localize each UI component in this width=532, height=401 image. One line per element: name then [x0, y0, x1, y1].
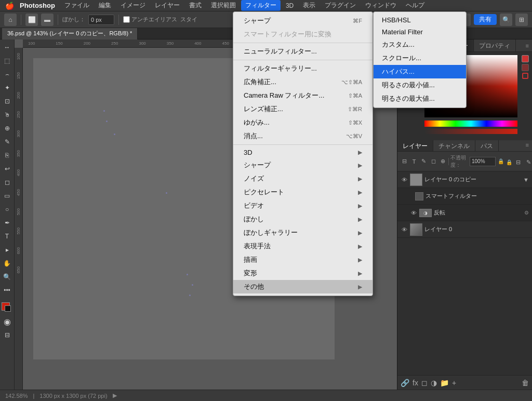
filter-item-other[interactable]: その他 ▶ — [233, 280, 373, 293]
zoom-tool[interactable]: 🔍 — [2, 271, 13, 283]
submenu-hsb-hsl[interactable]: HSB/HSL — [374, 14, 466, 26]
layer-visibility-toggle[interactable]: 👁 — [401, 176, 408, 183]
select-tool[interactable]: ⬚ — [2, 55, 13, 66]
layer-shape-filter[interactable]: ◻ — [429, 157, 437, 166]
layer-type-filter[interactable]: ⊟ — [401, 157, 408, 166]
layer-item-invert[interactable]: 👁 ◑ 反転 ⚙ — [397, 205, 532, 221]
menu-view[interactable]: 表示 — [299, 0, 320, 11]
pen-tool[interactable]: ✒ — [2, 217, 13, 229]
filter-item-vanishing[interactable]: 消点... ⌥⌘V — [233, 129, 373, 143]
layer-item-base[interactable]: 👁 レイヤー 0 — [397, 221, 532, 238]
menu-file[interactable]: ファイル — [60, 0, 94, 11]
home-button[interactable]: ⌂ — [4, 14, 17, 26]
selection-tool[interactable]: ⬜ — [25, 14, 38, 26]
lock-transparent[interactable]: ⊟ — [514, 157, 523, 167]
heal-tool[interactable]: ⊕ — [2, 123, 13, 134]
layers-tab-paths[interactable]: パス — [475, 140, 499, 151]
layer-invert-options[interactable]: ⚙ — [524, 210, 529, 216]
clone-tool[interactable]: ⎘ — [2, 150, 13, 161]
filter-item-distort[interactable]: 変形 ▶ — [233, 266, 373, 280]
filter-item-blur[interactable]: ぼかし ▶ — [233, 212, 373, 226]
layer-text-filter[interactable]: ✎ — [420, 157, 428, 166]
add-effect-button[interactable]: fx — [413, 379, 418, 387]
panel-options-button[interactable]: ⊞ — [515, 14, 528, 26]
filter-item-gallery[interactable]: フィルターギャラリー... — [233, 62, 373, 75]
submenu-minimum[interactable]: 明るさの最小値... — [374, 78, 466, 92]
panel-menu-icon[interactable]: ≡ — [526, 43, 529, 49]
layer-item-smart-filter[interactable]: スマートフィルター — [397, 188, 532, 205]
gradient-tool[interactable]: ▭ — [2, 190, 13, 202]
layer-adjust-filter[interactable]: T — [410, 157, 418, 166]
color-preset-triangle[interactable] — [522, 64, 529, 71]
layer-item-copy[interactable]: 👁 レイヤー 0 のコピー ▼ — [397, 171, 532, 188]
history-brush-tool[interactable]: ↩ — [2, 163, 13, 175]
menu-3d[interactable]: 3D — [282, 1, 298, 10]
crop-tool[interactable]: ⊡ — [2, 96, 13, 107]
filter-item-lenscorrect[interactable]: レンズ補正... ⇧⌘R — [233, 102, 373, 116]
menu-layer[interactable]: レイヤー — [151, 0, 184, 11]
eraser-tool[interactable]: ◻ — [2, 177, 13, 188]
move-tool[interactable]: ↔ — [2, 42, 13, 53]
link-layers-button[interactable]: 🔗 — [401, 379, 409, 387]
share-button[interactable]: 共有 — [474, 14, 497, 25]
layer-invert-visibility[interactable]: 👁 — [410, 209, 417, 217]
antialias-checkbox[interactable] — [123, 16, 130, 23]
type-tool[interactable]: T — [2, 231, 13, 242]
filter-item-liquify[interactable]: ゆがみ... ⇧⌘X — [233, 116, 373, 129]
submenu-scroll[interactable]: スクロール... — [374, 51, 466, 65]
filter-item-blur-gallery[interactable]: ぼかしギャラリー ▶ — [233, 226, 373, 239]
layer-base-visibility[interactable]: 👁 — [401, 226, 408, 233]
submenu-maximum[interactable]: 明るさの最大値... — [374, 92, 466, 105]
filter-item-cameraraw[interactable]: Camera Raw フィルター... ⇧⌘A — [233, 89, 373, 102]
menu-type[interactable]: 書式 — [185, 0, 206, 11]
filter-item-pixelate[interactable]: ピクセレート ▶ — [233, 185, 373, 199]
menu-select[interactable]: 選択範囲 — [207, 0, 240, 11]
magic-wand-tool[interactable]: ✦ — [2, 82, 13, 93]
search-button[interactable]: 🔍 — [500, 14, 512, 26]
tab-properties[interactable]: プロパティ — [474, 39, 516, 51]
filter-item-stylize[interactable]: 表現手法 ▶ — [233, 239, 373, 253]
extra-tools[interactable]: ••• — [2, 285, 13, 296]
add-mask-button[interactable]: ◻ — [421, 379, 428, 387]
filter-item-neural[interactable]: ニューラルフィルター... — [233, 45, 373, 58]
quick-mask-button[interactable]: ◉ — [2, 316, 13, 327]
statusbar-arrow[interactable]: ▶ — [113, 392, 117, 399]
blur-dodge-tool[interactable]: ○ — [2, 204, 13, 215]
menu-image[interactable]: イメージ — [116, 0, 150, 11]
filter-item-sharpen[interactable]: シャープ ▶ — [233, 158, 373, 172]
layers-tab-layers[interactable]: レイヤー — [397, 140, 433, 151]
add-layer-button[interactable]: + — [452, 379, 456, 387]
eyedropper-tool[interactable]: 🖱 — [2, 109, 13, 121]
menu-edit[interactable]: 編集 — [95, 0, 115, 11]
filter-item-video[interactable]: ビデオ ▶ — [233, 199, 373, 212]
brush-tool[interactable]: ✎ — [2, 136, 13, 148]
layers-panel-menu[interactable]: ≡ — [523, 140, 532, 151]
submenu-material-filter[interactable]: Material Filter — [374, 26, 466, 38]
filter-item-wideangle[interactable]: 広角補正... ⌥⇧⌘A — [233, 75, 373, 89]
menu-help[interactable]: ヘルプ — [402, 0, 429, 11]
lock-image[interactable]: ✎ — [524, 157, 532, 167]
screen-mode-button[interactable]: ⊟ — [2, 329, 13, 341]
layer-smart-filter[interactable]: ⊕ — [439, 157, 447, 166]
delete-layer-button[interactable]: 🗑 — [522, 379, 529, 387]
filter-item-sharp-top[interactable]: シャープ ⌘F — [233, 14, 373, 28]
color-hue-bar[interactable] — [424, 121, 517, 127]
opacity-input[interactable] — [470, 157, 496, 166]
menu-filter[interactable]: フィルター — [241, 0, 281, 11]
blur-input[interactable] — [88, 15, 114, 25]
add-folder-button[interactable]: 📁 — [440, 379, 449, 387]
color-alpha-bar[interactable] — [424, 129, 517, 134]
submenu-highpass[interactable]: ハイパス... — [374, 65, 466, 78]
marquee-tool[interactable]: ▬ — [41, 14, 54, 26]
layer-expand-icon[interactable]: ▼ — [523, 177, 529, 183]
background-color-swatch[interactable] — [5, 305, 11, 312]
menu-plugins[interactable]: プラグイン — [321, 0, 360, 11]
layers-tab-channels[interactable]: チャンネル — [433, 140, 475, 151]
apple-menu[interactable]: 🍎 — [4, 0, 15, 11]
color-preset-red[interactable] — [522, 55, 529, 62]
path-select-tool[interactable]: ▸ — [2, 244, 13, 256]
filter-item-3d[interactable]: 3D ▶ — [233, 146, 373, 158]
antialias-label[interactable]: アンチエイリアス — [123, 16, 177, 23]
filter-item-noise[interactable]: ノイズ ▶ — [233, 172, 373, 185]
submenu-custom[interactable]: カスタム... — [374, 38, 466, 51]
